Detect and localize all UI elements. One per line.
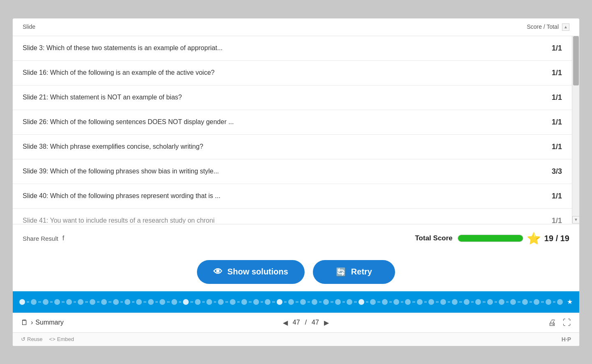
progress-dot[interactable] [265, 299, 271, 305]
progress-dot[interactable] [452, 299, 458, 305]
prev-page-arrow[interactable]: ◀ [283, 319, 288, 327]
progress-dot[interactable] [417, 299, 423, 305]
scroll-down-arrow[interactable]: ▼ [572, 216, 579, 223]
progress-segment [366, 301, 368, 303]
slide-title: Slide 41: You want to include results of… [23, 216, 552, 223]
summary-doc-icon: 🗒 [21, 318, 28, 327]
progress-dot[interactable] [31, 299, 37, 305]
retry-icon: 🔄 [336, 267, 346, 277]
progress-dot[interactable] [312, 299, 317, 305]
progress-dot[interactable] [405, 299, 411, 305]
progress-dot[interactable] [300, 299, 306, 305]
buttons-area: 👁 Show solutions 🔄 Retry [13, 253, 579, 291]
progress-dot[interactable] [101, 299, 107, 305]
progress-dot[interactable] [43, 299, 49, 305]
progress-dot[interactable] [370, 299, 376, 305]
progress-dot[interactable] [54, 299, 60, 305]
progress-dot[interactable] [440, 299, 446, 305]
print-icon[interactable]: 🖨 [548, 318, 556, 327]
scroll-up-arrow[interactable]: ▲ [562, 23, 569, 31]
progress-dot[interactable] [534, 299, 539, 305]
scrollbar[interactable]: ▼ [572, 36, 579, 223]
slide-col-header: Slide [23, 23, 35, 31]
progress-dot[interactable] [136, 299, 142, 305]
progress-segment [319, 301, 321, 303]
progress-dot[interactable] [66, 299, 72, 305]
table-row: Slide 3: Which of these two statements i… [13, 36, 572, 61]
progress-segment [85, 301, 88, 303]
progress-dot[interactable] [277, 299, 282, 305]
progress-dot[interactable] [19, 299, 25, 305]
progress-dot[interactable] [546, 299, 551, 305]
progress-dot[interactable] [230, 299, 236, 305]
slide-score: 1/1 [552, 192, 562, 200]
next-page-arrow[interactable]: ▶ [324, 319, 329, 327]
progress-dot[interactable] [288, 299, 294, 305]
progress-dot[interactable] [499, 299, 504, 305]
progress-segment [214, 301, 216, 303]
progress-dot[interactable] [171, 299, 177, 305]
nav-bar: 🗒 › Summary ◀ 47 / 47 ▶ 🖨 ⛶ [13, 313, 579, 332]
brand-label: H·P [562, 336, 571, 343]
progress-dot[interactable] [522, 299, 528, 305]
progress-dot[interactable] [428, 299, 434, 305]
progress-dot[interactable] [160, 299, 165, 305]
progress-dot[interactable] [90, 299, 95, 305]
progress-segment [530, 301, 532, 303]
progress-segment [97, 301, 99, 303]
facebook-icon[interactable]: f [62, 235, 64, 242]
slide-title: Slide 40: Which of the following phrases… [23, 191, 552, 200]
slide-score: 3/3 [552, 167, 562, 176]
summary-label: Summary [35, 319, 63, 326]
progress-segment [27, 301, 29, 303]
star-icon: ⭐ [527, 232, 541, 245]
progress-segment [202, 301, 205, 303]
progress-segment [109, 301, 111, 303]
progress-dot[interactable] [393, 299, 399, 305]
progress-dot[interactable] [475, 299, 481, 305]
progress-dot[interactable] [557, 299, 563, 305]
embed-icon: <> [49, 336, 56, 342]
progress-segment [495, 301, 497, 303]
reuse-link[interactable]: ↺ Reuse [21, 336, 43, 342]
table-row: Slide 21: Which statement is NOT an exam… [13, 85, 572, 110]
progress-segment [132, 301, 134, 303]
main-container: Slide Score / Total ▲ Slide 3: Which of … [12, 18, 580, 346]
progress-segment [62, 301, 64, 303]
progress-segment [331, 301, 333, 303]
progress-segment [237, 301, 240, 303]
table-row: Slide 26: Which of the following sentenc… [13, 110, 572, 135]
progress-dot[interactable] [78, 299, 83, 305]
progress-dot[interactable] [347, 299, 352, 305]
progress-segment [261, 301, 263, 303]
progress-dot[interactable] [510, 299, 516, 305]
progress-dot[interactable] [206, 299, 212, 305]
scrollbar-thumb[interactable] [573, 36, 579, 85]
progress-segment [389, 301, 392, 303]
table-row: Slide 39: Which of the following phrases… [13, 159, 572, 184]
bottom-bar: ↺ Reuse <> Embed H·P [13, 332, 579, 346]
progress-dot[interactable] [195, 299, 201, 305]
progress-segment [506, 301, 509, 303]
progress-dot[interactable] [487, 299, 493, 305]
retry-button[interactable]: 🔄 Retry [313, 260, 395, 284]
retry-label: Retry [351, 267, 372, 276]
progress-dot[interactable] [125, 299, 130, 305]
progress-dot[interactable] [241, 299, 247, 305]
expand-icon[interactable]: ⛶ [563, 318, 571, 327]
progress-segment [436, 301, 438, 303]
progress-dot[interactable] [113, 299, 119, 305]
progress-dot[interactable] [464, 299, 469, 305]
progress-dot[interactable] [358, 299, 364, 305]
progress-dot[interactable] [148, 299, 154, 305]
progress-dot[interactable] [218, 299, 224, 305]
embed-link[interactable]: <> Embed [49, 336, 74, 342]
progress-dot[interactable] [253, 299, 259, 305]
progress-dot[interactable] [323, 299, 329, 305]
show-solutions-button[interactable]: 👁 Show solutions [197, 260, 305, 284]
score-bar [458, 235, 523, 242]
nav-right: 🖨 ⛶ [548, 318, 571, 327]
progress-dot[interactable] [335, 299, 341, 305]
progress-dot[interactable] [183, 299, 189, 305]
progress-dot[interactable] [382, 299, 388, 305]
